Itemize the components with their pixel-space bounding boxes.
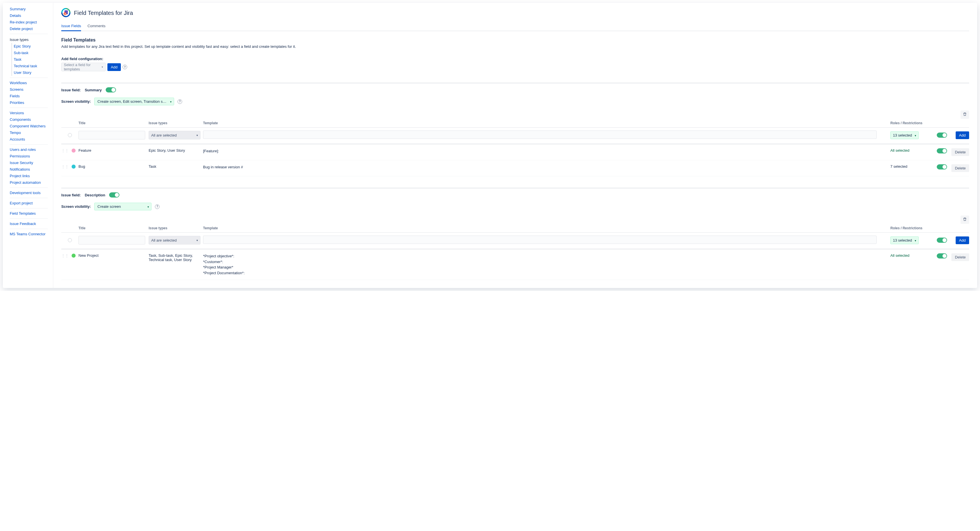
table-row: ⋮⋮ New Project Task, Sub-task, Epic Stor…: [61, 249, 969, 280]
row-issue-types: Epic Story, User Story: [149, 148, 203, 153]
color-picker-empty[interactable]: [68, 238, 72, 242]
section-title: Field Templates: [61, 38, 969, 43]
sidebar-item[interactable]: Sub-task: [3, 49, 53, 56]
sidebar-item[interactable]: Fields: [3, 93, 53, 99]
tab-comments[interactable]: Comments: [88, 22, 105, 31]
trash-icon: [963, 112, 967, 116]
sidebar-item[interactable]: Screens: [3, 86, 53, 93]
sidebar-item[interactable]: Issue Feedback: [3, 220, 53, 227]
sidebar-item[interactable]: Project links: [3, 173, 53, 179]
sidebar-item[interactable]: Field Templates: [3, 210, 53, 217]
delete-row-button[interactable]: Delete: [951, 164, 969, 172]
issue-types-select[interactable]: All are selected: [149, 236, 200, 245]
chevron-down-icon: ▾: [102, 65, 103, 68]
row-template: *Project objective*: *Customer*: *Projec…: [203, 253, 890, 276]
issue-field-name: Description: [85, 193, 105, 197]
sidebar-item[interactable]: Versions: [3, 110, 53, 116]
template-input[interactable]: [203, 235, 877, 244]
sidebar-item[interactable]: Export project: [3, 200, 53, 207]
table-row: ⋮⋮ Bug Task Bug in release version # 7 s…: [61, 160, 969, 176]
row-issue-types: Task: [149, 164, 203, 169]
row-title: Bug: [78, 164, 149, 169]
color-picker-empty[interactable]: [68, 133, 72, 137]
field-select[interactable]: Select a field for templates ▾: [61, 63, 106, 71]
delete-field-button[interactable]: [961, 110, 969, 119]
help-icon[interactable]: ?: [123, 65, 127, 69]
issue-field-label: Issue field:: [61, 88, 81, 92]
col-title: Title: [78, 226, 149, 230]
sidebar-item[interactable]: Technical task: [3, 63, 53, 69]
row-enabled-toggle[interactable]: [937, 148, 947, 153]
add-row-button[interactable]: Add: [956, 131, 969, 139]
row-enabled-toggle[interactable]: [937, 164, 947, 170]
screen-visibility-select[interactable]: Create screen, Edit screen, Transition s…: [94, 98, 174, 105]
add-config-label: Add field configuration:: [61, 57, 969, 61]
template-input[interactable]: [203, 130, 877, 139]
tab-issue-fields[interactable]: Issue Fields: [61, 22, 81, 31]
sidebar-item[interactable]: Permissions: [3, 153, 53, 159]
issue-field-name: Summary: [85, 88, 102, 92]
delete-field-button[interactable]: [961, 216, 969, 224]
sidebar-item[interactable]: Project automation: [3, 179, 53, 186]
sidebar-item[interactable]: Components: [3, 116, 53, 123]
sidebar-item[interactable]: User Story: [3, 69, 53, 76]
row-template: Bug in release version #: [203, 164, 890, 170]
row-enabled-toggle[interactable]: [937, 132, 947, 138]
sidebar-item[interactable]: Priorities: [3, 99, 53, 106]
add-row-button[interactable]: Add: [956, 237, 969, 244]
sidebar-item[interactable]: Issue Security: [3, 159, 53, 166]
title-input[interactable]: [78, 131, 145, 139]
col-issue-types: Issue types: [149, 226, 203, 230]
sidebar-item[interactable]: Users and roles: [3, 146, 53, 153]
row-enabled-toggle[interactable]: [937, 238, 947, 243]
sidebar-item[interactable]: Workflows: [3, 79, 53, 86]
page-title: Field Templates for Jira: [74, 10, 133, 16]
title-input[interactable]: [78, 236, 145, 245]
sidebar: Summary Details Re-index project Delete …: [3, 3, 53, 288]
row-roles: All selected: [890, 253, 932, 258]
sidebar-section-issue-types: Issue types: [3, 36, 53, 43]
sidebar-item[interactable]: Accounts: [3, 136, 53, 143]
screen-visibility-label: Screen visibility:: [61, 204, 91, 209]
trash-icon: [963, 217, 967, 221]
row-color-dot: [72, 165, 76, 169]
help-icon[interactable]: ?: [178, 99, 182, 104]
col-roles: Roles / Restrictions: [890, 121, 932, 125]
row-roles: All selected: [890, 148, 932, 153]
drag-handle-icon[interactable]: ⋮⋮: [61, 148, 65, 153]
sidebar-item[interactable]: Epic Story: [3, 43, 53, 49]
sidebar-item[interactable]: Re-index project: [3, 19, 53, 25]
svg-point-1: [64, 12, 67, 15]
row-title: Feature: [78, 148, 149, 153]
col-roles: Roles / Restrictions: [890, 226, 932, 230]
sidebar-item[interactable]: Task: [3, 56, 53, 63]
row-enabled-toggle[interactable]: [937, 253, 947, 259]
delete-row-button[interactable]: Delete: [951, 148, 969, 156]
sidebar-item[interactable]: Details: [3, 12, 53, 19]
delete-row-button[interactable]: Delete: [951, 253, 969, 261]
row-issue-types: Task, Sub-task, Epic Story, Technical ta…: [149, 253, 203, 262]
section-description: Add templates for any Jira text field in…: [61, 45, 969, 49]
sidebar-item[interactable]: Delete project: [3, 25, 53, 32]
field-select-placeholder: Select a field for templates: [64, 63, 101, 71]
issue-types-select[interactable]: All are selected: [149, 131, 200, 139]
sidebar-item[interactable]: Development tools: [3, 189, 53, 196]
issue-field-label: Issue field:: [61, 193, 81, 197]
row-template: [Feature]:: [203, 148, 890, 154]
roles-select[interactable]: 13 selected: [890, 237, 919, 244]
field-enabled-toggle[interactable]: [106, 87, 116, 92]
field-block: Issue field: Summary Screen visibility: …: [61, 83, 969, 176]
sidebar-item[interactable]: Tempo: [3, 129, 53, 136]
sidebar-item[interactable]: Summary: [3, 6, 53, 12]
drag-handle-icon[interactable]: ⋮⋮: [61, 253, 65, 258]
roles-select[interactable]: 13 selected: [890, 131, 919, 139]
sidebar-item[interactable]: Notifications: [3, 166, 53, 173]
field-block: Issue field: Description Screen visibili…: [61, 188, 969, 280]
help-icon[interactable]: ?: [155, 204, 159, 209]
field-enabled-toggle[interactable]: [109, 192, 119, 197]
sidebar-item[interactable]: MS Teams Connector: [3, 231, 53, 237]
sidebar-item[interactable]: Component Watchers: [3, 123, 53, 129]
add-config-button[interactable]: Add: [107, 63, 121, 71]
drag-handle-icon[interactable]: ⋮⋮: [61, 164, 65, 169]
screen-visibility-select[interactable]: Create screen: [94, 203, 151, 210]
